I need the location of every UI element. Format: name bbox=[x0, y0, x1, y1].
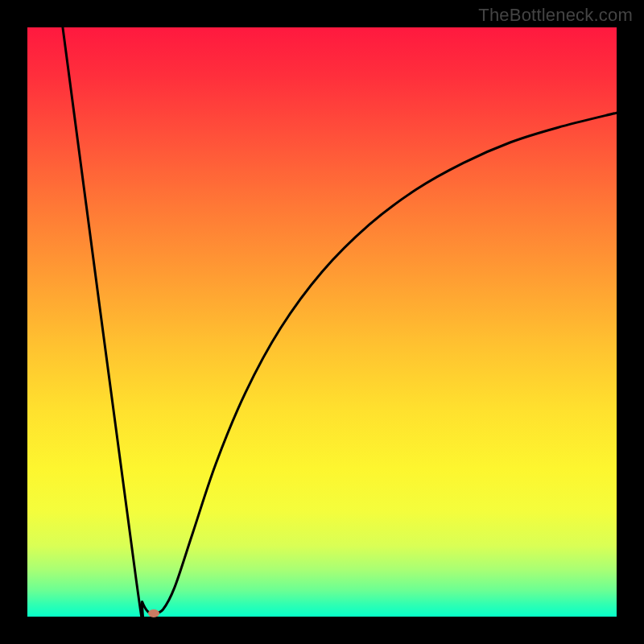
optimal-marker bbox=[148, 609, 159, 617]
curve-svg bbox=[27, 27, 617, 617]
plot-area bbox=[27, 27, 617, 617]
chart-frame: TheBottleneck.com bbox=[0, 0, 644, 644]
watermark-text: TheBottleneck.com bbox=[478, 5, 633, 26]
bottleneck-curve bbox=[63, 27, 617, 617]
